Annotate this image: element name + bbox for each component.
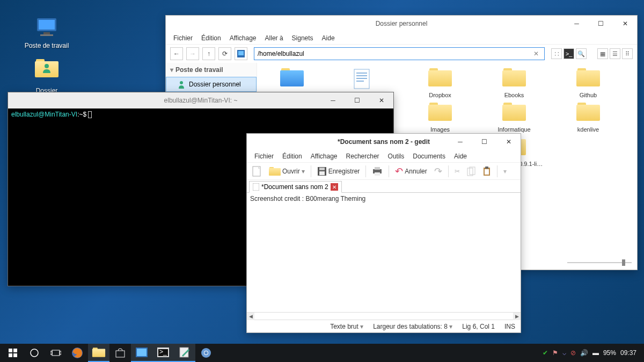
document-icon [253,183,259,191]
minimize-button[interactable]: ─ [321,92,345,108]
svg-rect-11 [356,78,367,79]
gedit-window: *Document sans nom 2 - gedit ─ ☐ ✕ Fichi… [246,133,521,333]
app-icon [136,347,148,357]
svg-rect-25 [375,167,380,170]
close-button[interactable]: ✕ [613,16,637,32]
battery-percent[interactable]: 95% [603,349,616,357]
maximize-button[interactable]: ☐ [345,92,369,108]
menu-documents[interactable]: Documents [409,151,449,161]
cortana-button[interactable] [24,344,45,362]
gedit-menubar: Fichier Édition Affichage Rechercher Out… [247,150,521,163]
cut-button[interactable]: ✂ [452,166,462,176]
print-button[interactable] [370,166,385,177]
sidebar-item-label: Dossier personnel [189,81,241,88]
menu-view[interactable]: Affichage [226,33,260,43]
sidebar-section[interactable]: ▾Poste de travail [166,63,257,77]
close-button[interactable]: ✕ [496,134,521,150]
taskview-button[interactable] [45,344,67,362]
new-doc-button[interactable] [250,165,264,178]
search-button[interactable]: 🔍 [576,48,587,59]
menu-bookmarks[interactable]: Signets [289,33,317,43]
fm-titlebar[interactable]: Dossier personnel ─ ☐ ✕ [166,16,637,32]
status-tabwidth[interactable]: Largeur des tabulations: 8 ▾ [373,323,452,330]
back-button[interactable]: ← [170,47,183,60]
taskbar-gedit[interactable] [174,344,195,362]
taskbar-app1[interactable] [131,344,152,362]
fm-menubar: Fichier Édition Affichage Aller à Signet… [166,32,637,45]
taskbar-store[interactable] [109,344,131,362]
clipboard-icon [482,166,491,176]
bluetooth-icon[interactable]: ⌵ [562,349,566,357]
menu-search[interactable]: Rechercher [343,151,383,161]
shield-icon[interactable]: ✔ [543,349,548,357]
file-item[interactable]: Github [559,68,618,98]
maximize-button[interactable]: ☐ [472,134,496,150]
zoom-slider[interactable] [567,259,632,266]
redo-button[interactable]: ↷ [432,164,444,178]
menu-file[interactable]: Fichier [170,33,196,43]
menu-edit[interactable]: Édition [279,151,305,161]
file-item[interactable]: Dropbox [411,68,470,98]
update-icon[interactable]: ⚑ [552,349,558,357]
reload-button[interactable]: ⟳ [218,47,231,60]
minimize-button[interactable]: ─ [565,16,589,32]
volume-icon[interactable]: 🔊 [580,349,588,357]
undo-button[interactable]: ↶Annuler [393,164,429,178]
save-button[interactable]: Enregistrer [315,165,362,177]
menu-view[interactable]: Affichage [308,151,341,161]
home-button[interactable] [235,47,247,60]
start-button[interactable] [2,344,24,362]
menu-help[interactable]: Aide [451,151,470,161]
taskbar-terminal[interactable]: >_ [152,344,174,362]
taskbar-files[interactable] [88,344,109,362]
taskview-icon [50,349,61,357]
minimize-button[interactable]: ─ [448,134,472,150]
terminal-toggle-button[interactable]: >_ [564,48,574,59]
toggle-button[interactable]: ⸬ [551,48,562,59]
view-icons-button[interactable]: ▦ [597,48,608,59]
term-titlebar[interactable]: elbullazul@MinTitan-VI: ~ ─ ☐ ✕ [8,92,393,108]
battery-icon[interactable]: ▬ [592,349,599,357]
desktop-icon-computer[interactable]: Poste de travail [23,14,71,49]
maximize-button[interactable]: ☐ [589,16,613,32]
up-button[interactable]: ↑ [202,47,215,60]
clear-address-icon[interactable]: ✕ [531,50,541,57]
tab-close-button[interactable]: ✕ [331,183,338,191]
taskbar-firefox[interactable] [67,344,88,362]
store-icon [115,348,126,358]
status-syntax[interactable]: Texte brut ▾ [330,323,363,330]
view-compact-button[interactable]: ⠿ [622,48,633,59]
taskbar-chromium[interactable] [195,344,217,362]
copy-button[interactable] [465,165,478,177]
gedit-editor[interactable]: Screenshot credit : B00merang Theming [247,193,521,312]
file-item[interactable]: Ebooks [485,68,544,98]
address-bar[interactable]: ✕ [254,47,545,60]
file-item[interactable]: kdenlive [559,103,618,133]
menu-file[interactable]: Fichier [251,151,277,161]
file-item[interactable]: Images [411,103,470,133]
gedit-title: *Document sans nom 2 - gedit [338,138,430,146]
view-list-button[interactable]: ☰ [610,48,620,59]
gedit-hscrollbar[interactable]: ◀▶ [247,312,521,320]
menu-go[interactable]: Aller à [262,33,287,43]
chromium-icon [201,347,211,358]
network-icon[interactable]: ⊘ [570,349,576,357]
clock[interactable]: 09:37 [620,349,636,357]
find-button[interactable]: ▾ [501,166,509,176]
file-label: Github [559,92,618,98]
sidebar-item-home[interactable]: Dossier personnel [166,77,257,92]
menu-tools[interactable]: Outils [385,151,408,161]
open-button[interactable]: Ouvrir ▾ [267,166,307,177]
gedit-titlebar[interactable]: *Document sans nom 2 - gedit ─ ☐ ✕ [247,134,521,150]
paste-button[interactable] [480,165,493,177]
address-input[interactable] [258,50,531,57]
menu-help[interactable]: Aide [319,33,338,43]
gedit-tab[interactable]: *Document sans nom 2 ✕ [249,181,342,193]
close-button[interactable]: ✕ [369,92,393,108]
folder-icon [269,167,281,176]
file-item[interactable]: Informatique [485,103,544,133]
status-insert: INS [504,323,515,330]
forward-button[interactable]: → [186,47,199,60]
menu-edit[interactable]: Édition [198,33,224,43]
circle-icon [30,348,39,358]
